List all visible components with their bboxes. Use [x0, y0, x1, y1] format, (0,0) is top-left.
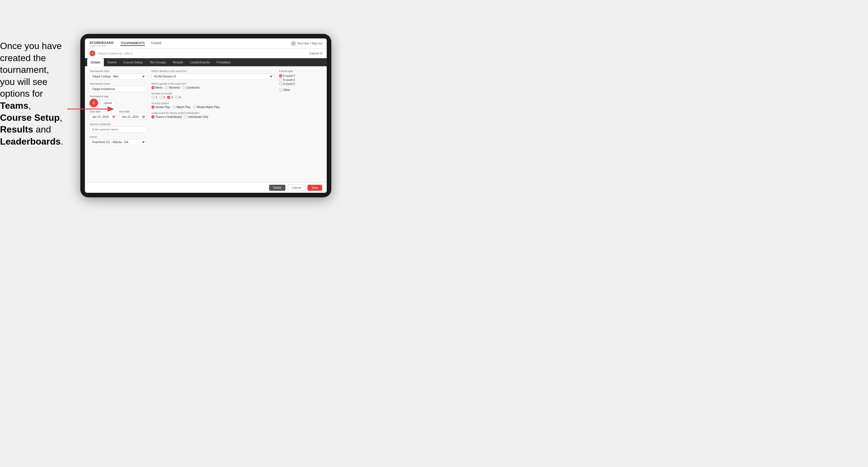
logo-label: Tournament logo: [90, 95, 147, 98]
rounds-2-radio[interactable]: [159, 96, 163, 99]
format-6count4[interactable]: 6 count 4: [279, 78, 322, 82]
instruction-line3: tournament,: [0, 65, 49, 75]
format-5count4-radio[interactable]: [279, 74, 282, 77]
scoring-label: Scoring system: [151, 102, 275, 105]
sponsor-input[interactable]: [90, 126, 147, 132]
tab-printables[interactable]: Printables: [213, 58, 234, 66]
name-label: Tournament name: [90, 82, 147, 85]
scoring-medal-radio[interactable]: [193, 105, 196, 109]
division-select[interactable]: NCAA Division III: [151, 73, 275, 80]
rounds-3-radio[interactable]: [167, 96, 170, 99]
teams-plus-radio[interactable]: [151, 115, 155, 119]
user-sign-out[interactable]: Test User | Sign out: [297, 42, 322, 45]
rounds-2[interactable]: 2: [159, 96, 165, 99]
scoring-stroke[interactable]: Stroke Play: [151, 105, 170, 109]
gender-mens-radio[interactable]: [151, 86, 155, 89]
scoring-options: Stroke Play Match Play Medal Match Play: [151, 105, 275, 109]
tournament-title: Clippd Invitational (Men): [97, 51, 132, 55]
instruction-bold1: Teams: [0, 100, 28, 111]
individuals-only-radio[interactable]: [184, 115, 187, 119]
left-column: Tournament Host Clippd College - Men Tou…: [90, 70, 147, 179]
tab-leaderboards[interactable]: Leaderboards: [187, 58, 213, 66]
calendar-icon-end: 📅: [142, 115, 145, 119]
rounds-4[interactable]: 4: [175, 96, 181, 99]
gender-label: Which gender is the event for?: [151, 82, 275, 85]
teams-group: Is this event for Teams and/or Individua…: [151, 112, 275, 119]
scoring-match-radio[interactable]: [173, 105, 176, 109]
tab-course-setup[interactable]: Course Setup: [120, 58, 146, 66]
tab-tee-groups[interactable]: Tee Groups: [146, 58, 169, 66]
rounds-4-radio[interactable]: [175, 96, 179, 99]
individuals-only[interactable]: Individuals Only: [184, 115, 209, 119]
cancel-top-button[interactable]: Cancel X: [309, 52, 322, 55]
gender-options: Mens Womens Combined: [151, 86, 275, 89]
tablet-frame: SCOREBOARD Powered by clippd TOURNAMENTS…: [80, 34, 331, 197]
venue-select[interactable]: Peachtree GC - Atlanta - GA: [90, 139, 147, 145]
format-other[interactable]: Other: [279, 88, 322, 92]
scoring-medal-match[interactable]: Medal Match Play: [193, 105, 220, 109]
nav-links: TOURNAMENTS TEAMS: [121, 41, 290, 46]
gender-mens[interactable]: Mens: [151, 86, 162, 89]
tab-details[interactable]: Details: [87, 58, 104, 66]
teams-options: Teams (+Individuals) Individuals Only: [151, 115, 275, 119]
format-6count5-radio[interactable]: [279, 82, 282, 86]
delete-button[interactable]: Delete: [269, 185, 285, 191]
instruction-line1: Once you have: [0, 41, 62, 51]
instruction-line2: created the: [0, 53, 46, 63]
host-label: Tournament Host: [90, 70, 147, 72]
format-5count4[interactable]: 5 count 4: [279, 74, 322, 77]
footer-bar: Delete Cancel Save: [85, 182, 327, 193]
name-input[interactable]: [90, 86, 147, 92]
instruction-bold2: Course Setup: [0, 113, 60, 123]
tab-results[interactable]: Results: [169, 58, 187, 66]
instruction-line5: options for: [0, 88, 43, 99]
instruction-bold4: Leaderboards: [0, 136, 61, 147]
upload-button[interactable]: Upload: [100, 100, 115, 106]
logo-area: SCOREBOARD Powered by clippd: [90, 40, 114, 47]
teams-plus-individuals[interactable]: Teams (+Individuals): [151, 115, 182, 119]
start-date-group: Start date 📅: [90, 110, 117, 120]
avatar: T: [291, 41, 296, 46]
user-area: T Test User | Sign out: [291, 41, 322, 46]
rounds-options: 1 2 3 4: [151, 96, 275, 99]
teams-label: Is this event for Teams and/or Individua…: [151, 112, 275, 115]
logo-upload-area: C Upload: [90, 99, 147, 107]
end-date-group: End date 📅: [119, 110, 147, 120]
logo-group: Tournament logo C Upload: [90, 95, 147, 107]
nav-tournaments[interactable]: TOURNAMENTS: [121, 41, 145, 46]
gender-womens-radio[interactable]: [165, 86, 168, 89]
rounds-group: Number of rounds 1 2 3: [151, 92, 275, 99]
gender-womens[interactable]: Womens: [165, 86, 180, 89]
scoring-match[interactable]: Match Play: [173, 105, 190, 109]
right-column: Format type 5 count 4 6 count 4 6 count …: [279, 70, 322, 179]
gender-combined[interactable]: Combined: [182, 86, 199, 89]
tabs-bar: Details Teams Course Setup Tee Groups Re…: [85, 58, 327, 66]
gender-combined-radio[interactable]: [182, 86, 186, 89]
rounds-1[interactable]: 1: [151, 96, 157, 99]
scoring-stroke-radio[interactable]: [151, 105, 155, 109]
format-other-radio[interactable]: [279, 88, 282, 92]
cancel-button[interactable]: Cancel: [288, 184, 305, 191]
instruction-line4: you will see: [0, 76, 47, 87]
sponsor-label: Sponsor (optional): [90, 123, 147, 126]
name-group: Tournament name: [90, 82, 147, 92]
nav-teams[interactable]: TEAMS: [151, 41, 161, 46]
format-6count5[interactable]: 6 count 5: [279, 82, 322, 86]
instruction-text: Once you have created the tournament, yo…: [0, 40, 66, 148]
logo-preview: C: [90, 99, 98, 107]
start-date-wrap: 📅: [90, 114, 117, 120]
host-select[interactable]: Clippd College - Men: [90, 73, 147, 80]
end-date-wrap: 📅: [119, 114, 147, 120]
scoring-group: Scoring system Stroke Play Match Play: [151, 102, 275, 109]
tournament-icon: C: [90, 51, 95, 56]
division-label: Which division is the event for?: [151, 70, 275, 72]
date-row: Start date 📅 End date 📅: [90, 110, 147, 120]
venue-label: Venue: [90, 135, 147, 138]
save-button[interactable]: Save: [308, 185, 322, 191]
format-6count4-radio[interactable]: [279, 78, 282, 82]
format-label: Format type: [279, 70, 322, 72]
logo-sub: Powered by clippd: [90, 45, 114, 47]
tab-teams[interactable]: Teams: [104, 58, 120, 66]
rounds-3[interactable]: 3: [167, 96, 173, 99]
rounds-1-radio[interactable]: [151, 96, 155, 99]
